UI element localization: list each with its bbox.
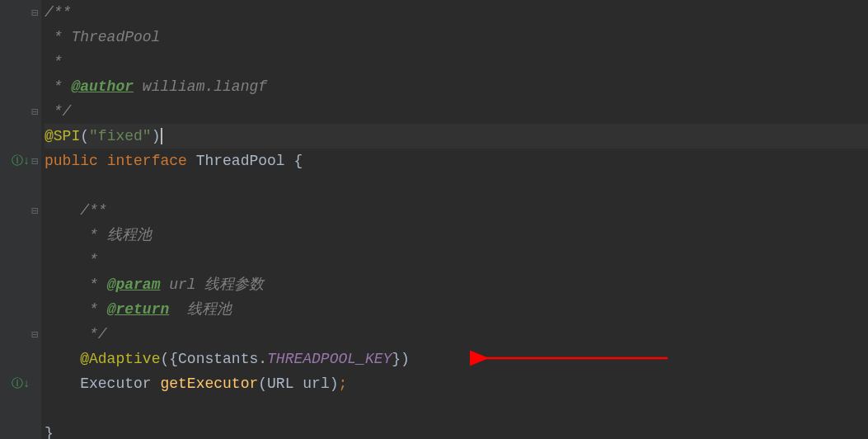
type-name: Executor xyxy=(80,375,160,392)
comment-text: */ xyxy=(45,326,107,342)
code-line[interactable]: * xyxy=(45,248,868,272)
params: (URL url) xyxy=(258,375,338,392)
comment-text: * xyxy=(45,301,107,318)
comment-text: * xyxy=(45,54,63,70)
paren: }) xyxy=(392,351,410,367)
code-line[interactable]: @Adaptive({Constants.THREADPOOL_KEY}) xyxy=(45,347,868,371)
brace: } xyxy=(45,425,54,439)
code-line[interactable]: */ xyxy=(45,99,868,124)
code-line[interactable]: } xyxy=(45,421,868,439)
semicolon: ; xyxy=(338,375,347,392)
implements-gutter-icon[interactable]: Ⓘ↓ xyxy=(0,371,41,396)
code-line[interactable]: * xyxy=(45,50,868,74)
method-name: getExecutor xyxy=(160,375,258,392)
code-editor[interactable]: ⊟ ⊟ ⊟ Ⓘ↓ ⊟ ⊟ Ⓘ↓ /** * ThreadPool * * @au… xyxy=(0,0,868,439)
code-area[interactable]: /** * ThreadPool * * @author william.lia… xyxy=(41,0,868,439)
comment-text: /** xyxy=(45,202,107,219)
paren: ) xyxy=(152,128,161,144)
code-line[interactable] xyxy=(45,173,868,198)
javadoc-tag: @author xyxy=(71,78,134,95)
code-line[interactable]: */ xyxy=(45,322,868,347)
comment-text: * xyxy=(45,78,71,95)
paren: ({Constants. xyxy=(160,351,267,367)
comment-text: * xyxy=(45,276,107,293)
comment-text: /** xyxy=(45,4,71,21)
code-line[interactable]: * @author william.liangf xyxy=(45,74,868,99)
fold-toggle-icon[interactable]: ⊟ xyxy=(30,322,40,347)
indent xyxy=(45,375,80,392)
type-name: ThreadPool { xyxy=(196,153,303,169)
javadoc-tag: @return xyxy=(107,301,170,318)
comment-text: 线程池 xyxy=(169,301,232,318)
fold-toggle-icon[interactable]: ⊟ xyxy=(30,0,40,25)
code-line[interactable]: /** xyxy=(45,0,868,25)
code-line[interactable] xyxy=(45,396,868,421)
comment-text: * 线程池 xyxy=(45,227,152,243)
code-line[interactable]: public interface ThreadPool { xyxy=(45,149,868,173)
comment-text: url 线程参数 xyxy=(160,276,264,293)
static-field: THREADPOOL_KEY xyxy=(267,351,392,367)
comment-text: * ThreadPool xyxy=(45,29,160,45)
annotation: @SPI xyxy=(45,128,80,144)
fold-toggle-icon[interactable]: ⊟ xyxy=(30,198,40,223)
fold-toggle-icon[interactable]: ⊟ xyxy=(30,99,40,124)
code-line[interactable]: Executor getExecutor(URL url); xyxy=(45,371,868,396)
string-literal: "fixed" xyxy=(89,128,152,144)
keyword: public xyxy=(45,153,107,169)
code-line[interactable]: /** xyxy=(45,198,868,223)
code-line[interactable]: * 线程池 xyxy=(45,223,868,248)
implements-gutter-icon[interactable]: Ⓘ↓ xyxy=(0,149,41,173)
code-line[interactable]: * @return 线程池 xyxy=(45,297,868,322)
paren: ( xyxy=(80,128,89,144)
text-caret xyxy=(161,128,162,144)
annotation: @Adaptive xyxy=(80,351,160,367)
editor-gutter: ⊟ ⊟ ⊟ Ⓘ↓ ⊟ ⊟ Ⓘ↓ xyxy=(0,0,41,439)
indent xyxy=(45,351,80,367)
code-line[interactable]: * ThreadPool xyxy=(45,25,868,50)
comment-text: william.liangf xyxy=(134,78,267,95)
code-line[interactable]: * @param url 线程参数 xyxy=(45,272,868,297)
comment-text: * xyxy=(45,252,98,268)
keyword: interface xyxy=(107,153,196,169)
code-line[interactable]: @SPI("fixed") xyxy=(45,124,868,149)
comment-text: */ xyxy=(45,103,71,120)
javadoc-tag: @param xyxy=(107,276,161,293)
